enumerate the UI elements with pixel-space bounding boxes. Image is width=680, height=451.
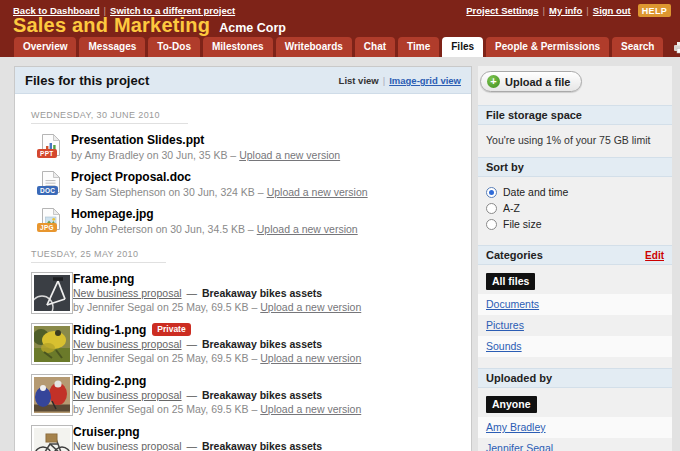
app-header: Back to Dashboard|Switch to a different … [0,0,680,57]
file-name-link[interactable]: Project Proposal.doc [71,170,191,184]
category-link-label[interactable]: Pictures [486,319,524,331]
upload-new-version-link[interactable]: Upload a new version [257,223,358,235]
description-text: Breakaway bikes assets [202,389,322,401]
upload-new-version-link[interactable]: Upload a new version [239,149,340,161]
riding-2-photo-thumbnail[interactable] [31,374,73,416]
sort-option-az[interactable]: A-Z [486,202,664,214]
categories-section-title: Categories [486,249,543,261]
category-link[interactable]: New business proposal [73,389,182,401]
upload-new-version-link[interactable]: Upload a new version [260,352,361,364]
category-documents[interactable]: Documents [478,294,672,315]
tab-search[interactable]: Search [612,37,663,57]
project-settings-link[interactable]: Project Settings [466,5,538,16]
cruiser-photo-thumbnail[interactable] [31,425,73,451]
view-toggle-separator: | [383,75,385,86]
file-meta: by Sam Stephenson on 30 Jun, 324 KB –Upl… [71,186,455,198]
file-description: New business proposal — Breakaway bikes … [73,287,455,299]
uploaded-by-section-title: Uploaded by [486,372,552,384]
uploaded-by-list: Anyone Amy Bradley Jennifer Segal John P… [478,388,672,451]
radio-icon[interactable] [486,219,497,230]
file-meta-text: by Jennifer Segal on 25 May, 69.5 KB – [73,403,257,415]
category-link-label[interactable]: Sounds [486,340,522,352]
category-link[interactable]: New business proposal [73,440,182,451]
selected-filter-badge: All files [486,273,535,290]
file-icon-col [31,323,73,365]
panel-title: Files for this project [25,73,149,88]
file-icon-col: DOC [31,170,71,198]
header-nav-right: Project Settings|My info|Sign outHELP [466,5,671,16]
uploaded-by-section-header: Uploaded by [478,368,672,388]
storage-section-header: File storage space [478,105,672,125]
file-name-link[interactable]: Cruiser.png [73,425,140,439]
sort-option-filesize[interactable]: File size [486,218,664,230]
file-text-col: Cruiser.png New business proposal — Brea… [73,425,455,451]
upload-file-button-label: Upload a file [505,76,570,88]
edit-categories-link[interactable]: Edit [645,250,664,261]
description-separator: — [186,440,197,451]
file-name-link[interactable]: Riding-1.png [73,323,146,337]
image-grid-view-link[interactable]: Image-grid view [389,75,461,86]
file-meta: by Jennifer Segal on 25 May, 69.5 KB –Up… [73,301,455,313]
riding-1-photo-thumbnail[interactable] [31,323,73,365]
plus-icon: + [487,75,500,88]
upload-file-button[interactable]: + Upload a file [480,71,582,92]
jpg-file-icon: JPG [41,207,61,231]
file-row: DOC Project Proposal.doc by Sam Stephens… [31,170,455,198]
category-sounds[interactable]: Sounds [478,336,672,357]
my-info-link[interactable]: My info [549,5,582,16]
sort-option-label: Date and time [503,186,568,198]
printer-icon[interactable] [673,41,680,54]
file-meta-text: by Amy Bradley on 30 Jun, 35 KB – [71,149,236,161]
sort-option-date[interactable]: Date and time [486,186,664,198]
bike-frame-photo-thumbnail[interactable] [31,272,73,314]
ppt-file-icon: PPT [41,133,61,157]
file-meta: by Amy Bradley on 30 Jun, 35 KB –Upload … [71,149,455,161]
file-meta: by Jennifer Segal on 25 May, 69.5 KB –Up… [73,352,455,364]
radio-selected-icon[interactable] [486,187,497,198]
tab-milestones[interactable]: Milestones [203,37,273,57]
tab-chat[interactable]: Chat [355,37,395,57]
tab-todos[interactable]: To-Dos [148,37,200,57]
upload-new-version-link[interactable]: Upload a new version [260,403,361,415]
category-pictures[interactable]: Pictures [478,315,672,336]
tab-messages[interactable]: Messages [79,37,145,57]
radio-icon[interactable] [486,203,497,214]
description-text: Breakaway bikes assets [202,338,322,350]
file-name-link[interactable]: Riding-2.png [73,374,146,388]
file-icon-col [31,374,73,416]
date-group-header: WEDNESDAY, 30 JUNE 2010 [31,110,188,124]
file-name-link[interactable]: Presentation Slides.ppt [71,133,204,147]
uploader-anyone-selected[interactable]: Anyone [478,394,672,417]
file-meta-text: by Sam Stephenson on 30 Jun, 324 KB – [71,186,264,198]
tab-time[interactable]: Time [398,37,439,57]
storage-usage-text: You're using 1% of your 75 GB limit [478,125,672,148]
file-name-link[interactable]: Homepage.jpg [71,207,154,221]
file-description: New business proposal — Breakaway bikes … [73,338,455,350]
file-meta-text: by Jennifer Segal on 25 May, 69.5 KB – [73,301,257,313]
file-icon-col: PPT [31,133,71,161]
sort-section-header: Sort by [478,157,672,177]
tab-files[interactable]: Files [442,37,483,57]
company-name: Acme Corp [219,21,286,35]
uploader-jennifer-segal[interactable]: Jennifer Segal [478,438,672,451]
description-text: Breakaway bikes assets [202,287,322,299]
file-meta-text: by John Peterson on 30 Jun, 34.5 KB – [71,223,254,235]
uploader-amy-bradley[interactable]: Amy Bradley [478,417,672,438]
upload-new-version-link[interactable]: Upload a new version [267,186,368,198]
category-link[interactable]: New business proposal [73,287,182,299]
category-all-files-selected[interactable]: All files [478,271,672,294]
uploader-link-label[interactable]: Amy Bradley [486,421,546,433]
file-name-link[interactable]: Frame.png [73,272,134,286]
uploader-link-label[interactable]: Jennifer Segal [486,442,553,451]
sign-out-link[interactable]: Sign out [593,5,631,16]
tab-overview[interactable]: Overview [14,37,76,57]
tab-people-permissions[interactable]: People & Permissions [486,37,609,57]
file-row: Frame.png New business proposal — Breaka… [31,272,455,314]
sort-section-title: Sort by [486,161,524,173]
category-link[interactable]: New business proposal [73,338,182,350]
category-link-label[interactable]: Documents [486,298,539,310]
help-button[interactable]: HELP [638,4,671,17]
tab-writeboards[interactable]: Writeboards [276,37,352,57]
file-date-group: WEDNESDAY, 30 JUNE 2010 PPT Presentation… [31,106,455,235]
upload-new-version-link[interactable]: Upload a new version [260,301,361,313]
